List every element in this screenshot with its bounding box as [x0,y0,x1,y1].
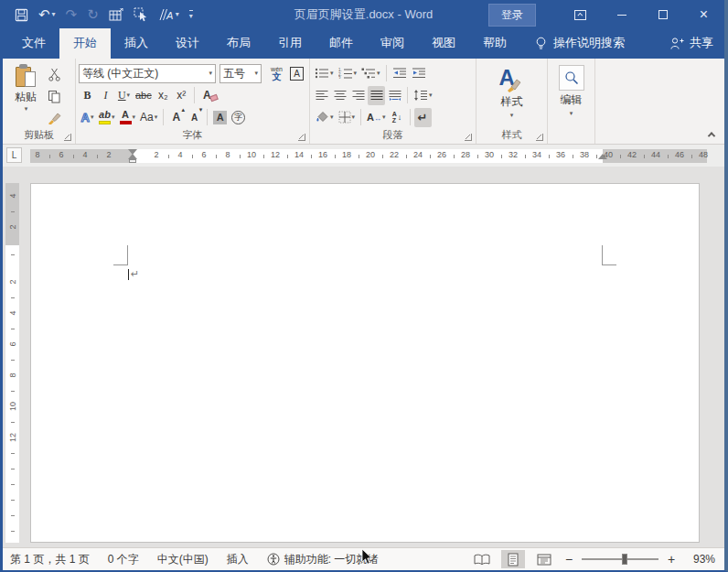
selection-mode-icon[interactable] [134,6,148,23]
font-color-button[interactable]: A ▾ [118,108,138,127]
format-painter-button[interactable] [46,108,63,128]
font-name-caret-icon[interactable]: ▾ [209,70,212,77]
clipboard-dialog-launcher[interactable] [64,134,71,141]
highlight-color-button[interactable]: ab ▾ [97,108,117,127]
shrink-font-button[interactable]: A▾ [186,108,203,127]
phonetic-guide-button[interactable]: wén 文 [268,64,285,83]
fontwork-icon[interactable]: A ▾ [158,6,179,23]
tab-插入[interactable]: 插入 [111,28,162,59]
paste-caret-icon[interactable]: ▾ [25,105,28,113]
zoom-slider-thumb[interactable] [622,554,627,565]
word-count[interactable]: 0 个字 [108,552,139,567]
asian-layout-caret-icon[interactable]: ▾ [382,113,386,121]
distribute-text-button[interactable] [386,86,403,105]
show-hide-marks-button[interactable]: ↵ [414,108,432,127]
strikethrough-button[interactable]: abc [134,86,154,105]
tab-引用[interactable]: 引用 [264,28,316,59]
align-left-button[interactable] [313,86,330,105]
insert-mode-indicator[interactable]: 插入 [227,552,249,567]
tab-审阅[interactable]: 审阅 [367,28,418,59]
change-case-button[interactable]: Aa ▾ [138,108,159,127]
increase-indent-button[interactable] [410,64,428,83]
share-button[interactable]: 共享 [670,35,713,51]
bold-button[interactable]: B [79,86,96,105]
asian-layout-button[interactable]: A↔ ▾ [365,108,387,127]
paragraph-dialog-launcher[interactable] [465,134,472,141]
align-right-button[interactable] [349,86,367,105]
accessibility-status[interactable]: 辅助功能: 一切就绪 [267,552,379,567]
font-dialog-launcher[interactable] [298,134,305,141]
change-case-caret-icon[interactable]: ▾ [155,113,158,121]
tab-设计[interactable]: 设计 [162,28,213,59]
styles-dialog-launcher[interactable] [536,134,543,141]
tab-邮件[interactable]: 邮件 [316,28,367,59]
paste-button[interactable]: 粘贴 ▾ [5,62,46,129]
shading-button[interactable]: ▾ [313,108,336,127]
web-layout-button[interactable] [532,550,556,568]
justify-button[interactable] [368,86,385,105]
subscript-button[interactable]: x₂ [155,86,172,105]
superscript-button[interactable]: x² [173,86,190,105]
text-effects-caret-icon[interactable]: ▾ [91,113,94,121]
multilevel-list-button[interactable]: ▾ [359,64,382,83]
undo-caret-icon[interactable]: ▾ [52,7,56,22]
editing-button[interactable]: 编辑 ▾ [551,62,592,129]
styles-button[interactable]: A 样式 ▾ [479,62,544,129]
highlight-caret-icon[interactable]: ▾ [112,113,115,121]
minimize-button[interactable] [601,0,642,29]
italic-button[interactable]: I [97,86,114,105]
print-layout-button[interactable] [501,550,525,568]
sort-button[interactable]: AZ ↓ [389,108,406,127]
ribbon-display-options-button[interactable] [560,0,601,29]
tell-me-search[interactable]: 操作说明搜索 [535,35,625,59]
tab-文件[interactable]: 文件 [8,28,59,59]
numbering-caret-icon[interactable]: ▾ [354,70,358,77]
customize-qat-icon[interactable]: ▾ [189,10,193,20]
collapse-ribbon-button[interactable] [709,132,715,138]
font-size-combobox[interactable]: 五号 ▾ [219,64,262,83]
fontwork-caret-icon[interactable]: ▾ [176,7,179,22]
underline-button[interactable]: U ▾ [115,86,133,105]
sign-in-button[interactable]: 登录 [488,4,536,27]
borders-caret-icon[interactable]: ▾ [352,113,356,121]
close-button[interactable]: × [683,0,724,29]
zoom-slider[interactable] [582,558,658,560]
save-icon[interactable] [15,6,28,23]
align-center-button[interactable] [331,86,348,105]
zoom-in-button[interactable]: + [666,552,677,567]
text-effects-button[interactable]: A ▾ [79,108,96,127]
character-shading-button[interactable]: A [211,108,229,127]
tab-布局[interactable]: 布局 [213,28,264,59]
zoom-out-button[interactable]: − [563,552,574,567]
document-page[interactable]: ↵ [30,183,700,543]
line-spacing-caret-icon[interactable]: ▾ [429,92,433,99]
enclose-characters-button[interactable]: 字 [230,108,247,127]
table-tool-icon[interactable] [109,6,123,23]
language-indicator[interactable]: 中文(中国) [157,552,209,567]
cut-button[interactable] [46,64,63,84]
line-spacing-button[interactable]: ▾ [412,86,434,105]
grow-font-button[interactable]: A▴ [167,108,185,127]
bullets-caret-icon[interactable]: ▾ [330,70,334,77]
zoom-percent[interactable]: 93% [684,553,715,566]
shading-caret-icon[interactable]: ▾ [330,113,334,121]
tab-帮助[interactable]: 帮助 [469,28,520,59]
underline-caret-icon[interactable]: ▾ [127,92,131,99]
numbering-button[interactable]: 1.2.3. ▾ [337,64,359,83]
vertical-ruler[interactable]: 4224681012 [5,183,19,543]
clear-formatting-button[interactable]: A [198,86,216,105]
borders-button[interactable]: ▾ [337,108,358,127]
font-name-combobox[interactable]: 等线 (中文正文) ▾ [79,64,216,83]
page-indicator[interactable]: 第 1 页，共 1 页 [10,552,90,567]
undo-button[interactable]: ↶ ▾ [38,6,56,23]
character-border-button[interactable]: A [288,64,305,83]
horizontal-ruler[interactable]: 8642246810121416182022242628303234363840… [30,149,707,163]
read-mode-button[interactable] [470,550,494,568]
font-color-caret-icon[interactable]: ▾ [133,113,136,121]
multilevel-caret-icon[interactable]: ▾ [377,70,380,77]
left-indent-marker[interactable] [129,159,136,163]
bullets-button[interactable]: ▾ [313,64,336,83]
maximize-button[interactable] [642,0,683,29]
copy-button[interactable] [46,86,63,106]
font-size-caret-icon[interactable]: ▾ [254,70,258,77]
